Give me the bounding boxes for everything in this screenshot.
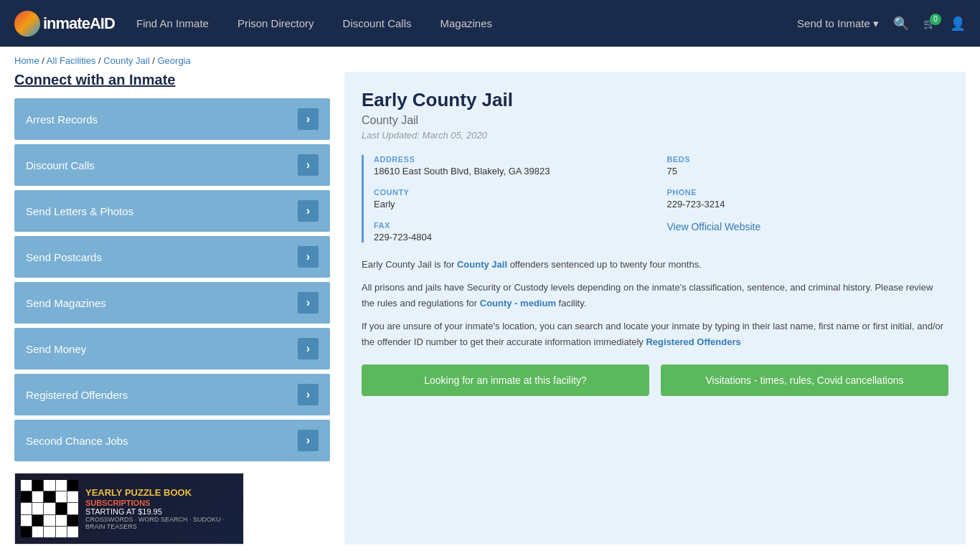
logo-text: inmateAID xyxy=(43,14,115,33)
address-label: ADDRESS xyxy=(374,155,656,164)
sidebar-item-arrest-records[interactable]: Arrest Records › xyxy=(14,98,330,140)
desc1-end: offenders sentenced up to twenty four mo… xyxy=(507,259,702,270)
desc1-text: Early County Jail is for xyxy=(362,259,457,270)
breadcrumb-state[interactable]: Georgia xyxy=(157,55,190,66)
website-link[interactable]: View Official Website xyxy=(667,221,761,232)
ad-types: CROSSWORDS · WORD SEARCH · SUDOKU · BRAI… xyxy=(85,516,237,530)
arrow-icon: › xyxy=(298,200,319,222)
nav-find-inmate[interactable]: Find An Inmate xyxy=(136,17,209,29)
logo[interactable]: inmateAID xyxy=(14,11,115,37)
sidebar-label-send-postcards: Send Postcards xyxy=(26,251,102,263)
facility-updated: Last Updated: March 05, 2020 xyxy=(362,130,948,141)
breadcrumb: Home / All Facilities / County Jail / Ge… xyxy=(14,55,966,66)
ad-price: STARTING AT $19.95 xyxy=(85,507,237,516)
nav-send-to-inmate[interactable]: Send to Inmate ▾ xyxy=(797,17,879,30)
sidebar-item-send-money[interactable]: Send Money › xyxy=(14,328,330,369)
phone-value: 229-723-3214 xyxy=(667,199,949,209)
arrow-icon: › xyxy=(298,430,319,451)
puzzle-grid-image xyxy=(21,480,78,537)
info-section: ADDRESS 18610 East South Blvd, Blakely, … xyxy=(362,155,948,242)
desc2-end: facility. xyxy=(556,298,586,309)
action-buttons: Looking for an inmate at this facility? … xyxy=(362,364,948,396)
user-icon[interactable]: 👤 xyxy=(950,16,966,32)
sidebar-label-send-magazines: Send Magazines xyxy=(26,297,106,309)
county-value: Early xyxy=(374,199,656,209)
desc2-link[interactable]: County - medium xyxy=(480,298,556,309)
fax-label: FAX xyxy=(374,221,656,230)
sidebar-menu: Arrest Records › Discount Calls › Send L… xyxy=(14,98,330,461)
sidebar-title: Connect with an Inmate xyxy=(14,72,330,88)
sidebar-label-registered-offenders: Registered Offenders xyxy=(26,389,128,401)
sidebar-item-second-chance-jobs[interactable]: Second Chance Jobs › xyxy=(14,420,330,461)
cart-icon[interactable]: 🛒 0 xyxy=(923,18,936,29)
breadcrumb-area: Home / All Facilities / County Jail / Ge… xyxy=(0,47,980,72)
sidebar-label-send-letters: Send Letters & Photos xyxy=(26,205,133,217)
info-grid: ADDRESS 18610 East South Blvd, Blakely, … xyxy=(374,155,948,242)
desc-para-3: If you are unsure of your inmate's locat… xyxy=(362,319,948,350)
address-value: 18610 East South Blvd, Blakely, GA 39823 xyxy=(374,166,656,176)
ad-title: YEARLY PUZZLE BOOK xyxy=(85,487,237,499)
beds-value: 75 xyxy=(667,166,949,176)
sidebar-item-send-postcards[interactable]: Send Postcards › xyxy=(14,236,330,278)
description-area: Early County Jail is for County Jail off… xyxy=(362,257,948,350)
facility-type: County Jail xyxy=(362,114,948,127)
find-inmate-button[interactable]: Looking for an inmate at this facility? xyxy=(362,364,649,396)
arrow-icon: › xyxy=(298,338,319,359)
arrow-icon: › xyxy=(298,246,319,268)
county-label: COUNTY xyxy=(374,188,656,197)
ad-text-area: YEARLY PUZZLE BOOK SUBSCRIPTIONS STARTIN… xyxy=(85,487,237,530)
nav-magazines[interactable]: Magazines xyxy=(440,17,492,29)
breadcrumb-all-facilities[interactable]: All Facilities xyxy=(47,55,96,66)
desc2-text: All prisons and jails have Security or C… xyxy=(362,282,933,309)
county-block: COUNTY Early xyxy=(374,188,656,209)
phone-label: PHONE xyxy=(667,188,949,197)
facility-detail: Early County Jail County Jail Last Updat… xyxy=(344,72,966,545)
nav-prison-directory[interactable]: Prison Directory xyxy=(237,17,314,29)
fax-block: FAX 229-723-4804 xyxy=(374,221,656,242)
header: inmateAID Find An Inmate Prison Director… xyxy=(0,0,980,47)
fax-value: 229-723-4804 xyxy=(374,232,656,242)
arrow-icon: › xyxy=(298,108,319,130)
sidebar-item-send-magazines[interactable]: Send Magazines › xyxy=(14,282,330,324)
facility-name: Early County Jail xyxy=(362,89,948,111)
beds-label: BEDS xyxy=(667,155,949,164)
sidebar-label-second-chance-jobs: Second Chance Jobs xyxy=(26,435,128,447)
phone-block: PHONE 229-723-3214 xyxy=(667,188,949,209)
logo-icon xyxy=(14,11,40,37)
cart-count: 0 xyxy=(930,14,941,25)
sidebar-ad[interactable]: YEARLY PUZZLE BOOK SUBSCRIPTIONS STARTIN… xyxy=(14,473,330,545)
header-right: Send to Inmate ▾ 🔍 🛒 0 👤 xyxy=(797,16,966,32)
sidebar-label-send-money: Send Money xyxy=(26,343,86,355)
sidebar-label-arrest-records: Arrest Records xyxy=(26,113,98,126)
main-nav: Find An Inmate Prison Directory Discount… xyxy=(136,17,776,29)
desc1-link[interactable]: County Jail xyxy=(457,259,507,270)
visitations-button[interactable]: Visitations - times, rules, Covid cancel… xyxy=(661,364,948,396)
ad-subtitle: SUBSCRIPTIONS xyxy=(85,499,237,507)
website-block: View Official Website xyxy=(667,221,949,242)
sidebar-item-discount-calls[interactable]: Discount Calls › xyxy=(14,144,330,186)
nav-discount-calls[interactable]: Discount Calls xyxy=(343,17,412,29)
sidebar-item-send-letters[interactable]: Send Letters & Photos › xyxy=(14,190,330,232)
sidebar-label-discount-calls: Discount Calls xyxy=(26,159,95,171)
sidebar: Connect with an Inmate Arrest Records › … xyxy=(14,72,330,545)
beds-block: BEDS 75 xyxy=(667,155,949,176)
address-block: ADDRESS 18610 East South Blvd, Blakely, … xyxy=(374,155,656,176)
arrow-icon: › xyxy=(298,292,319,314)
desc-para-1: Early County Jail is for County Jail off… xyxy=(362,257,948,273)
arrow-icon: › xyxy=(298,384,319,405)
sidebar-item-registered-offenders[interactable]: Registered Offenders › xyxy=(14,374,330,415)
breadcrumb-county-jail[interactable]: County Jail xyxy=(103,55,149,66)
arrow-icon: › xyxy=(298,154,319,176)
breadcrumb-home[interactable]: Home xyxy=(14,55,39,66)
desc3-link[interactable]: Registered Offenders xyxy=(646,336,740,347)
search-icon[interactable]: 🔍 xyxy=(893,16,909,32)
desc-para-2: All prisons and jails have Security or C… xyxy=(362,280,948,311)
main-container: Connect with an Inmate Arrest Records › … xyxy=(0,72,980,551)
